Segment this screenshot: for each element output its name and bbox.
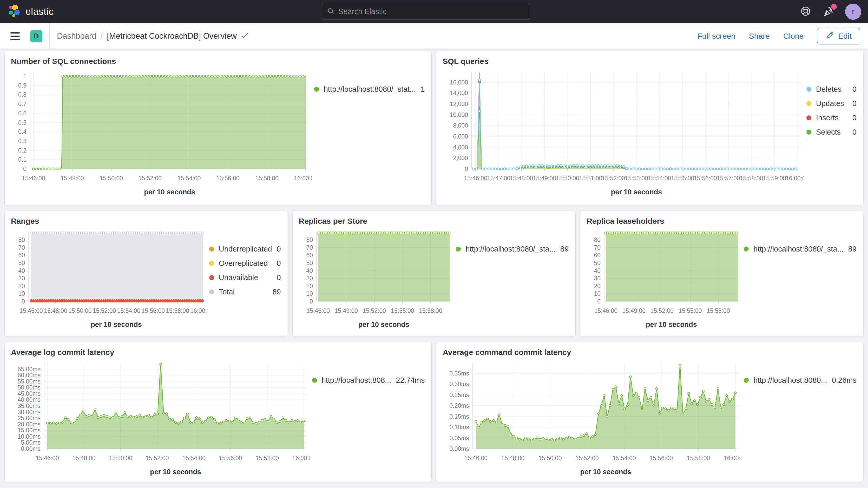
svg-text:70: 70 bbox=[306, 244, 313, 251]
svg-text:0.9: 0.9 bbox=[18, 82, 27, 89]
svg-text:30: 30 bbox=[18, 275, 25, 282]
svg-text:30: 30 bbox=[594, 275, 601, 282]
svg-text:15:52:00: 15:52:00 bbox=[138, 175, 162, 182]
chart-replica-leaseholders[interactable]: 0102030405060708015:46:0015:49:0015:52:0… bbox=[587, 228, 741, 331]
svg-text:80: 80 bbox=[594, 237, 601, 243]
svg-text:per 10 seconds: per 10 seconds bbox=[91, 321, 142, 329]
legend-item[interactable]: Selects0 bbox=[806, 128, 857, 136]
svg-text:0.05ms: 0.05ms bbox=[450, 435, 469, 441]
menu-button[interactable] bbox=[7, 28, 23, 44]
svg-text:15:52:00: 15:52:00 bbox=[602, 175, 625, 182]
legend-label: Underreplicated bbox=[219, 245, 272, 253]
svg-text:10: 10 bbox=[594, 290, 601, 297]
legend-item[interactable]: Inserts0 bbox=[806, 114, 857, 122]
legend-item[interactable]: http://localhost:8080/_sta...89 bbox=[456, 245, 569, 253]
global-search[interactable] bbox=[322, 4, 530, 20]
chart-legend: http://localhost:808...22.74ms bbox=[310, 359, 426, 478]
svg-text:15:56:00: 15:56:00 bbox=[694, 175, 717, 182]
svg-text:15:46:00: 15:46:00 bbox=[22, 175, 45, 182]
chart-ranges[interactable]: 0102030405060708015:46:0015:48:0015:50:0… bbox=[11, 228, 207, 331]
legend-item[interactable]: Underreplicated0 bbox=[209, 245, 281, 253]
legend-value: 0 bbox=[852, 85, 857, 94]
chart-legend: http://localhost:8080...0.26ms bbox=[741, 359, 857, 478]
legend-label: Deletes bbox=[816, 85, 848, 94]
svg-text:15:48:00: 15:48:00 bbox=[61, 175, 84, 182]
legend-dot-icon bbox=[209, 289, 214, 295]
svg-text:15:47:00: 15:47:00 bbox=[487, 175, 511, 182]
svg-text:per 10 seconds: per 10 seconds bbox=[358, 321, 409, 329]
svg-text:15:52:00: 15:52:00 bbox=[576, 455, 599, 461]
panel-ranges: Ranges 0102030405060708015:46:0015:48:00… bbox=[4, 211, 288, 336]
chart-sql-queries[interactable]: 02,0004,0006,0008,00010,00012,00014,0001… bbox=[442, 68, 804, 198]
help-icon bbox=[800, 6, 811, 18]
legend-value: 22.74ms bbox=[396, 376, 425, 385]
svg-text:15:54:00: 15:54:00 bbox=[648, 175, 671, 182]
legend-item[interactable]: http://localhost:8080/_sta...89 bbox=[744, 245, 857, 253]
legend-item[interactable]: Total89 bbox=[209, 288, 281, 296]
share-button[interactable]: Share bbox=[749, 32, 770, 40]
svg-text:0.7: 0.7 bbox=[18, 100, 27, 107]
legend-label: http://localhost:8080/_stat... bbox=[324, 85, 416, 94]
svg-text:0.25ms: 0.25ms bbox=[450, 392, 469, 398]
elastic-logo-icon bbox=[7, 4, 21, 20]
chart-replicas-per-store[interactable]: 0102030405060708015:46:0015:49:0015:52:0… bbox=[299, 228, 454, 331]
svg-text:10: 10 bbox=[18, 290, 25, 297]
full-screen-button[interactable]: Full screen bbox=[697, 32, 736, 40]
svg-text:55.00ms: 55.00ms bbox=[18, 378, 40, 385]
svg-text:0.3: 0.3 bbox=[18, 138, 27, 145]
svg-text:15:49:00: 15:49:00 bbox=[622, 307, 646, 314]
breadcrumb-dashboard-link[interactable]: Dashboard bbox=[57, 31, 96, 41]
legend-dot-icon bbox=[312, 378, 317, 383]
space-initial: D bbox=[34, 32, 39, 40]
elastic-logo-link[interactable]: elastic bbox=[7, 4, 54, 20]
svg-text:0.5: 0.5 bbox=[18, 119, 27, 126]
svg-text:0.6: 0.6 bbox=[18, 110, 27, 117]
legend-label: Updates bbox=[816, 99, 848, 108]
edit-button[interactable]: Edit bbox=[817, 28, 860, 44]
svg-text:15:56:00: 15:56:00 bbox=[219, 455, 242, 461]
legend-item[interactable]: Overreplicated0 bbox=[209, 259, 281, 268]
svg-text:0.2: 0.2 bbox=[18, 147, 27, 154]
svg-text:15:57:00: 15:57:00 bbox=[717, 175, 740, 182]
legend-item[interactable]: Deletes0 bbox=[806, 85, 857, 94]
panel-average-command-commit-latency: Average command commit latency 0.00ms0.0… bbox=[436, 342, 864, 482]
legend-item[interactable]: http://localhost:8080/_stat...1 bbox=[314, 85, 425, 94]
clone-button[interactable]: Clone bbox=[783, 32, 804, 40]
legend-item[interactable]: Unavailable0 bbox=[209, 273, 281, 282]
chart-sql-connections[interactable]: 00.10.20.30.40.50.60.70.80.9115:46:0015:… bbox=[11, 68, 312, 198]
breadcrumb-separator: / bbox=[100, 31, 103, 41]
svg-text:0.8: 0.8 bbox=[18, 91, 27, 98]
legend-dot-icon bbox=[806, 115, 811, 120]
page-title[interactable]: [Metricbeat CockroachDB] Overview bbox=[107, 31, 237, 41]
legend-label: http://localhost:8080/_sta... bbox=[753, 245, 844, 253]
legend-value: 0 bbox=[277, 273, 281, 282]
dashboard-toolbar: D Dashboard / [Metricbeat CockroachDB] O… bbox=[0, 23, 868, 49]
legend-item[interactable]: http://localhost:8080...0.26ms bbox=[744, 376, 857, 385]
svg-text:15:46:00: 15:46:00 bbox=[464, 175, 488, 182]
search-input[interactable] bbox=[338, 7, 525, 16]
svg-text:30.00ms: 30.00ms bbox=[18, 409, 40, 416]
svg-text:15:55:00: 15:55:00 bbox=[671, 175, 694, 182]
chart-command-commit-latency[interactable]: 0.00ms0.05ms0.10ms0.15ms0.20ms0.25ms0.30… bbox=[442, 359, 741, 478]
legend-item[interactable]: http://localhost:808...22.74ms bbox=[312, 376, 425, 385]
svg-text:15:58:00: 15:58:00 bbox=[419, 307, 442, 314]
chart-legend: Underreplicated0Overreplicated0Unavailab… bbox=[207, 228, 281, 331]
chart-log-commit-latency[interactable]: 0.00ms5.00ms10.00ms15.00ms20.00ms25.00ms… bbox=[11, 359, 310, 478]
svg-text:15:56:00: 15:56:00 bbox=[142, 307, 165, 314]
legend-value: 0 bbox=[852, 128, 857, 136]
user-avatar[interactable]: r bbox=[845, 4, 861, 20]
legend-label: http://localhost:808... bbox=[322, 376, 392, 385]
brand-text: elastic bbox=[26, 6, 54, 17]
space-selector[interactable]: D bbox=[30, 30, 42, 42]
legend-value: 0 bbox=[277, 245, 281, 253]
svg-text:15:46:00: 15:46:00 bbox=[594, 307, 618, 314]
legend-value: 1 bbox=[421, 85, 425, 94]
svg-text:15:50:00: 15:50:00 bbox=[99, 175, 123, 182]
legend-value: 89 bbox=[560, 245, 569, 253]
svg-text:45.00ms: 45.00ms bbox=[18, 390, 40, 397]
help-button[interactable] bbox=[798, 4, 813, 19]
svg-text:40.00ms: 40.00ms bbox=[18, 396, 40, 403]
newsfeed-button[interactable] bbox=[822, 4, 836, 19]
svg-text:15:46:00: 15:46:00 bbox=[464, 455, 488, 461]
legend-item[interactable]: Updates0 bbox=[806, 99, 857, 108]
